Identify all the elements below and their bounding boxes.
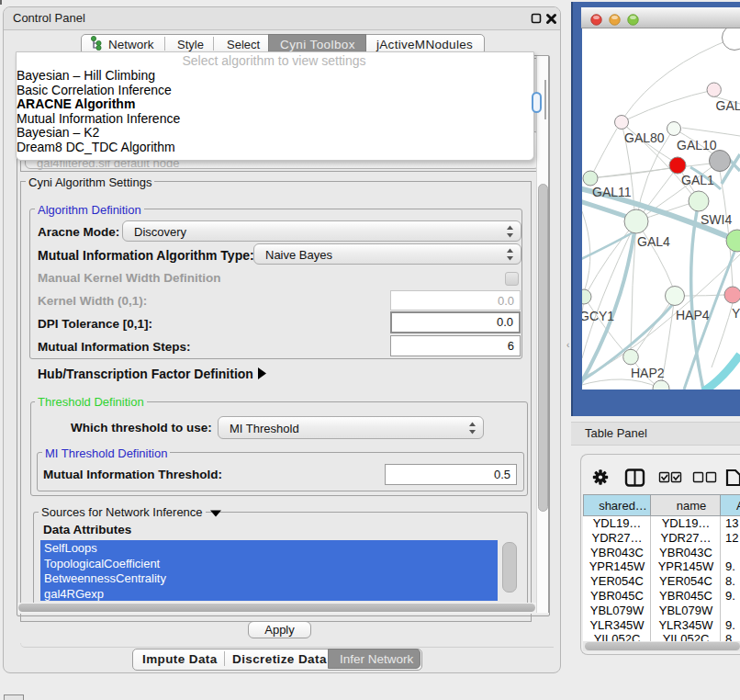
svg-text:GAL11: GAL11 [592,185,632,199]
svg-text:GCY1: GCY1 [582,309,614,323]
svg-text:Y: Y [732,306,740,321]
svg-text:GAL10: GAL10 [677,138,717,152]
svg-text:SWI4: SWI4 [701,212,732,227]
svg-text:GAL1: GAL1 [681,173,714,187]
svg-text:HAP2: HAP2 [631,366,665,380]
svg-text:HAP4: HAP4 [676,308,710,322]
svg-text:GAL4: GAL4 [637,234,670,249]
svg-text:GAL7: GAL7 [716,98,740,113]
svg-text:GAL80: GAL80 [624,130,665,145]
